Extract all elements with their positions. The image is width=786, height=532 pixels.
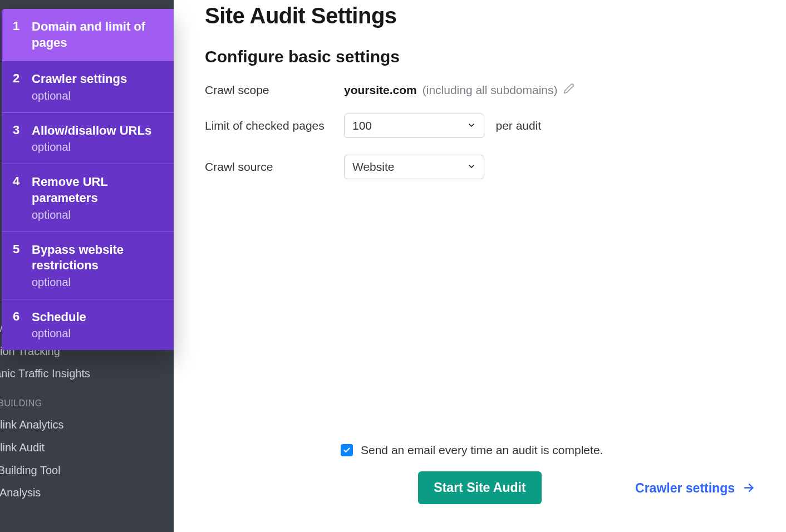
step-optional-label: optional [32,276,163,289]
section-title: Configure basic settings [205,47,755,66]
wizard-steps: 1 Domain and limit of pages 2 Crawler se… [2,9,174,350]
email-checkbox-label: Send an email every time an audit is com… [361,444,603,457]
crawl-scope-domain: yoursite.com [344,83,417,97]
step-optional-label: optional [32,327,163,340]
step-number: 6 [13,309,32,341]
crawl-scope-hint: (including all subdomains) [423,83,558,97]
step-title: Domain and limit of pages [32,19,163,51]
bg-menu-bulk-analysis: lk Analysis [0,486,41,499]
step-title: Allow/disallow URLs [32,123,163,139]
page-title: Site Audit Settings [205,3,755,28]
next-link-label: Crawler settings [635,480,735,495]
limit-select[interactable]: 100 [344,114,484,138]
step-crawler-settings[interactable]: 2 Crawler settings optional [2,61,174,113]
step-optional-label: optional [32,90,163,102]
limit-select-value: 100 [352,119,372,132]
step-title: Crawler settings [32,71,163,87]
bg-menu-backlink-analytics: cklink Analytics [0,418,64,431]
step-optional-label: optional [32,209,163,221]
check-icon [343,446,351,454]
next-crawler-settings-link[interactable]: Crawler settings [635,480,755,495]
chevron-down-icon [467,160,476,174]
edit-icon[interactable] [563,83,574,97]
step-optional-label: optional [32,141,163,154]
settings-form: Crawl scope yoursite.com (including all … [205,83,755,179]
step-number: 2 [13,71,32,102]
bg-menu-link-building-tool: k Building Tool [0,464,61,477]
crawl-scope-value: yoursite.com (including all subdomains) [344,83,755,97]
email-checkbox[interactable] [341,444,353,456]
step-allow-disallow[interactable]: 3 Allow/disallow URLs optional [2,113,174,165]
bg-menu-organic-traffic: ganic Traffic Insights [0,367,90,380]
step-number: 5 [13,242,32,289]
bg-menu-backlink-audit: cklink Audit [0,441,45,454]
chevron-down-icon [467,119,476,132]
crawl-source-value: Website [352,160,394,174]
step-title: Schedule [32,309,163,326]
step-schedule[interactable]: 6 Schedule optional [2,299,174,351]
crawl-source-select[interactable]: Website [344,155,484,179]
start-audit-button[interactable]: Start Site Audit [418,471,541,504]
step-title: Remove URL parameters [32,174,163,206]
label-crawl-scope: Crawl scope [205,83,344,97]
step-number: 3 [13,123,32,154]
limit-suffix: per audit [495,119,541,132]
main-panel: Site Audit Settings Configure basic sett… [174,0,786,532]
step-remove-url-params[interactable]: 4 Remove URL parameters optional [2,164,174,231]
label-limit: Limit of checked pages [205,119,344,132]
footer: Send an email every time an audit is com… [174,444,786,532]
step-bypass-restrictions[interactable]: 5 Bypass website restrictions optional [2,232,174,299]
step-title: Bypass website restrictions [32,242,163,274]
step-number: 1 [13,19,32,51]
step-number: 4 [13,174,32,221]
arrow-right-icon [743,482,755,494]
step-domain-limit[interactable]: 1 Domain and limit of pages [2,9,174,61]
bg-heading-link-building: K BUILDING [0,398,42,408]
label-crawl-source: Crawl source [205,160,344,174]
